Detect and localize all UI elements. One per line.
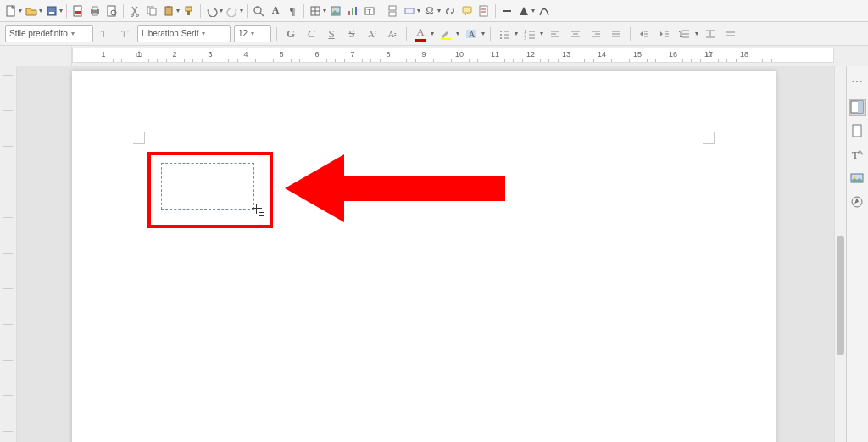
properties-panel-icon[interactable] [850,100,865,115]
svg-rect-6 [92,7,97,10]
ruler-corner [0,46,72,66]
line-spacing-icon[interactable] [676,25,693,42]
dropdown-icon[interactable]: ▾ [240,7,243,14]
ruler-number: 6 [314,50,319,59]
underline-icon[interactable]: S [323,25,340,42]
styles-panel-icon[interactable]: T✎ [850,148,865,163]
vertical-scrollbar[interactable] [834,66,846,442]
ruler-corner-icon [5,49,17,61]
svg-rect-34 [480,6,487,16]
more-options-icon[interactable]: ⋯ [851,71,864,92]
clone-format-icon[interactable] [181,3,197,19]
page-break-icon[interactable] [385,3,400,19]
svg-text:T: T [367,8,371,15]
ruler-number: 1 [101,50,105,59]
dropdown-icon[interactable]: ▾ [531,7,535,14]
increase-indent-icon[interactable] [636,25,653,42]
print-icon[interactable] [87,3,103,19]
bullet-list-icon[interactable] [496,25,513,42]
spellcheck-icon[interactable]: A [268,3,283,19]
redo-icon[interactable] [225,3,240,19]
insert-comment-icon[interactable] [459,3,475,19]
dropdown-icon[interactable]: ▾ [39,7,42,14]
decrease-spacing-icon[interactable] [722,25,739,42]
insert-chart-icon[interactable] [345,3,360,19]
font-color-icon[interactable]: A [412,25,429,42]
vertical-ruler[interactable] [0,66,17,442]
paragraph-style-combo[interactable]: Stile predefinito▾ [5,25,93,42]
insert-table-icon[interactable] [308,3,323,19]
svg-rect-33 [463,7,471,13]
dropdown-icon[interactable]: ▾ [695,30,698,37]
dropdown-icon[interactable]: ▾ [481,30,485,37]
strike-icon[interactable]: S [343,25,360,42]
font-name-combo[interactable]: Liberation Serif▾ [137,25,231,42]
dropdown-icon[interactable]: ▾ [59,7,63,14]
svg-rect-16 [186,7,192,11]
horizontal-ruler[interactable]: ⌂ ⌂ 1123456789101112131415161718 [72,48,834,63]
ruler-number: 9 [421,50,426,59]
export-pdf-icon[interactable] [70,3,86,19]
find-icon[interactable] [251,3,266,19]
hyperlink-icon[interactable] [442,3,458,19]
document-page[interactable] [72,71,776,442]
increase-spacing-icon[interactable] [702,25,719,42]
insert-textbox-icon[interactable]: T [362,3,377,19]
cut-icon[interactable] [127,3,142,19]
number-list-icon[interactable]: 123 [521,25,538,42]
special-char-icon[interactable]: Ω [422,3,437,19]
copy-icon[interactable] [144,3,159,19]
open-icon[interactable] [24,3,39,19]
undo-icon[interactable] [204,3,220,19]
navigator-panel-icon[interactable] [850,195,865,210]
dropdown-icon[interactable]: ▾ [431,30,434,37]
bold-icon[interactable]: G [282,25,299,42]
svg-rect-17 [187,11,190,15]
dropdown-icon[interactable]: ▾ [417,7,420,14]
dropdown-icon[interactable]: ▾ [540,30,543,37]
dropdown-icon[interactable]: ▾ [437,7,441,14]
separator [490,27,491,41]
dropdown-icon[interactable]: ▾ [220,7,223,14]
svg-point-18 [254,7,261,14]
basic-shapes-icon[interactable] [516,3,531,19]
sidebar-panel: ⋯ T✎ [846,66,868,442]
page-panel-icon[interactable] [850,124,865,139]
font-size-combo[interactable]: 12▾ [234,25,271,42]
align-center-icon[interactable] [567,25,584,42]
gallery-panel-icon[interactable] [850,171,865,187]
char-bg-icon[interactable]: A [463,25,480,42]
update-style-icon[interactable]: Ƭ [97,25,114,42]
save-icon[interactable] [44,3,59,19]
superscript-icon[interactable]: A² [364,25,381,42]
scrollbar-thumb[interactable] [837,236,844,355]
new-style-icon[interactable]: Ƭ+ [117,25,134,42]
print-preview-icon[interactable] [104,3,120,19]
dropdown-icon[interactable]: ▾ [176,7,180,14]
paste-icon[interactable] [161,3,176,19]
insert-image-icon[interactable] [328,3,343,19]
italic-icon[interactable]: C [303,25,320,42]
dropdown-icon[interactable]: ▾ [456,30,459,37]
align-justify-icon[interactable] [608,25,625,42]
insert-line-icon[interactable] [499,3,515,19]
dropdown-icon[interactable]: ▾ [515,30,518,37]
dropdown-icon[interactable]: ▾ [19,7,22,14]
svg-point-43 [500,34,502,36]
formatting-marks-icon[interactable]: ¶ [285,3,300,19]
formatting-toolbar: Stile predefinito▾ Ƭ Ƭ+ Liberation Serif… [0,22,868,46]
document-workspace [0,66,846,442]
subscript-icon[interactable]: A₂ [384,25,401,42]
draw-functions-icon[interactable] [537,3,552,19]
insert-field-icon[interactable] [402,3,417,19]
svg-rect-81 [858,101,863,113]
track-changes-icon[interactable] [476,3,492,19]
highlight-icon[interactable] [437,25,454,42]
decrease-indent-icon[interactable] [656,25,673,42]
svg-rect-4 [75,11,81,14]
align-right-icon[interactable] [587,25,604,42]
dropdown-icon[interactable]: ▾ [323,7,326,14]
svg-rect-27 [355,7,357,15]
align-left-icon[interactable] [547,25,564,42]
new-doc-icon[interactable] [3,3,19,19]
